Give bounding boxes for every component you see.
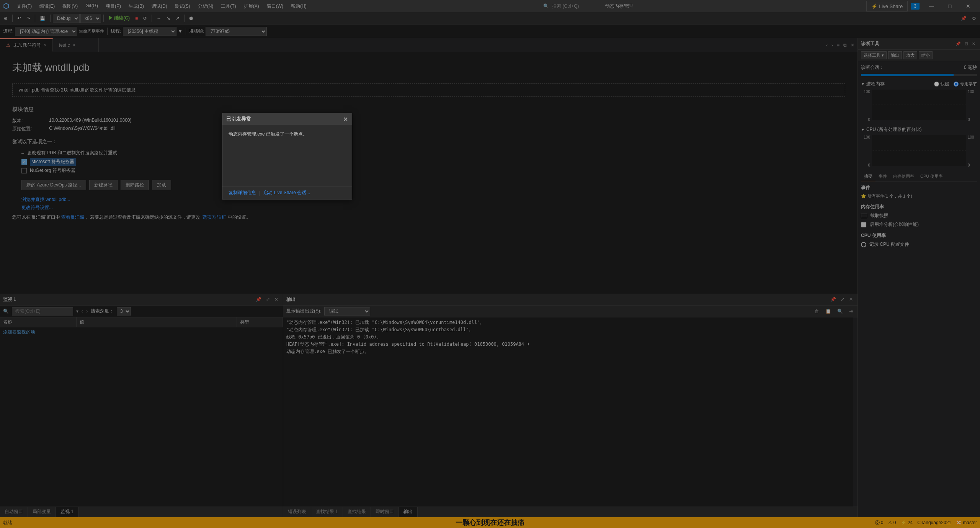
dialog-body: 动态内存管理.exe 已触发了一个断点。 [222,125,352,186]
start-live-share-link[interactable]: 启动 Live Share 会话... [263,190,310,196]
exception-dialog: 已引发异常 ✕ 动态内存管理.exe 已触发了一个断点。 复制详细信息 | 启动… [222,113,352,199]
copy-details-link[interactable]: 复制详细信息 [229,190,256,196]
dialog-close-button[interactable]: ✕ [343,116,348,123]
dialog-title: 已引发异常 [226,116,251,123]
dialog-message: 动态内存管理.exe 已触发了一个断点。 [229,131,307,137]
dialog-footer: 复制详细信息 | 启动 Live Share 会话... [222,186,352,199]
dialog-titlebar: 已引发异常 ✕ [222,113,352,125]
dialog-overlay: 已引发异常 ✕ 动态内存管理.exe 已触发了一个断点。 复制详细信息 | 启动… [0,0,980,528]
